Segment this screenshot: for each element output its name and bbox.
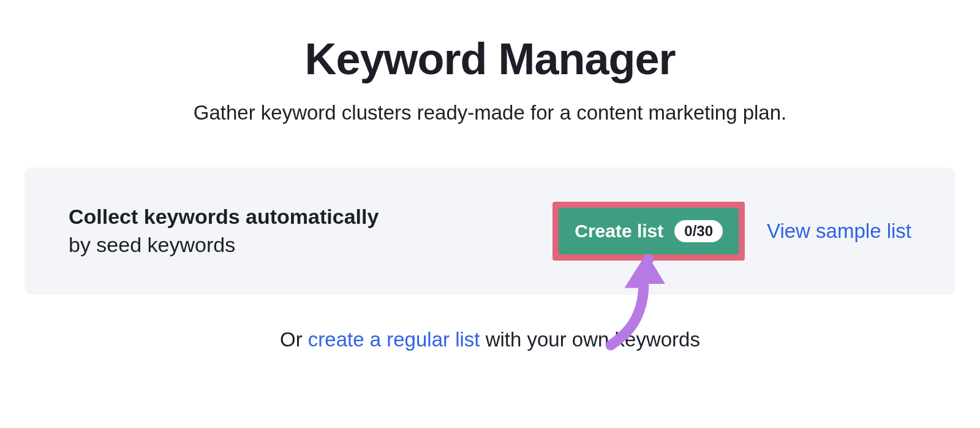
create-list-button-label: Create list bbox=[575, 221, 663, 242]
create-regular-list-link[interactable]: create a regular list bbox=[308, 328, 480, 351]
page-title: Keyword Manager bbox=[24, 34, 956, 84]
create-list-count-badge: 0/30 bbox=[674, 220, 723, 242]
collect-keywords-panel: Collect keywords automatically by seed k… bbox=[24, 167, 956, 295]
create-list-button[interactable]: Create list 0/30 bbox=[559, 208, 739, 254]
page-container: Keyword Manager Gather keyword clusters … bbox=[0, 0, 980, 351]
footer-text: Or create a regular list with your own k… bbox=[24, 328, 956, 351]
create-list-highlight-box: Create list 0/30 bbox=[552, 202, 745, 261]
footer-prefix: Or bbox=[280, 328, 308, 351]
panel-right: Create list 0/30 View sample list bbox=[552, 202, 911, 261]
panel-heading: Collect keywords automatically bbox=[69, 203, 552, 231]
panel-subtext: by seed keywords bbox=[69, 231, 552, 259]
view-sample-list-link[interactable]: View sample list bbox=[767, 220, 911, 243]
footer-suffix: with your own keywords bbox=[480, 328, 699, 351]
page-subtitle: Gather keyword clusters ready-made for a… bbox=[24, 101, 956, 124]
panel-left: Collect keywords automatically by seed k… bbox=[69, 203, 552, 259]
